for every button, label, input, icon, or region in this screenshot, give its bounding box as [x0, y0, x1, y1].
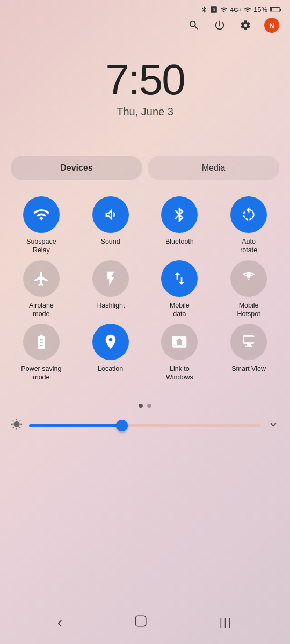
qs-mobiledata[interactable]: Mobiledata: [147, 260, 213, 319]
search-button[interactable]: [187, 18, 201, 32]
wifi-icon-btn[interactable]: [23, 196, 60, 233]
flashlight-label: Flashlight: [96, 301, 125, 310]
qs-flashlight[interactable]: Flashlight: [77, 260, 144, 319]
network-type: 4G+: [230, 6, 242, 13]
svg-rect-1: [270, 8, 272, 11]
nfc-status-icon: [210, 6, 218, 13]
qs-hotspot[interactable]: MobileHotspot: [215, 260, 282, 319]
qs-airplane[interactable]: Airplanemode: [8, 260, 75, 319]
autorotate-icon-btn[interactable]: [230, 196, 267, 233]
status-bar: 4G+ 15%: [0, 0, 290, 16]
qs-wifi[interactable]: SubspaceRelay: [8, 196, 75, 255]
battery-icon: [270, 6, 281, 13]
page-indicator: [0, 404, 290, 408]
recents-button[interactable]: |||: [209, 612, 244, 633]
location-icon-btn[interactable]: [92, 324, 129, 360]
clock-section: 7:50 Thu, June 3: [0, 37, 290, 129]
notification-button[interactable]: N: [264, 18, 279, 33]
battery-percentage: 15%: [253, 5, 267, 13]
power-button[interactable]: [213, 18, 227, 32]
smartview-icon-btn[interactable]: [230, 324, 267, 360]
qs-autorotate[interactable]: Autorotate: [215, 196, 282, 255]
qs-bluetooth[interactable]: Bluetooth: [147, 196, 213, 255]
signal-icon: [244, 6, 251, 13]
airplane-label: Airplanemode: [29, 301, 54, 319]
mobiledata-icon-btn[interactable]: [161, 260, 198, 297]
wifi-label: SubspaceRelay: [26, 237, 56, 255]
brightness-expand-button[interactable]: [267, 419, 279, 433]
powersaving-label: Power savingmode: [21, 364, 61, 382]
linkwindows-label: Link toWindows: [166, 364, 193, 382]
quick-settings-grid: SubspaceRelay Sound Bluetooth Autorotate…: [0, 191, 290, 387]
qs-linkwindows[interactable]: Link toWindows: [147, 324, 213, 382]
linkwindows-icon-btn[interactable]: [161, 324, 198, 360]
qs-powersaving[interactable]: Power savingmode: [8, 324, 75, 382]
wifi-status-icon: [220, 6, 228, 13]
hotspot-icon-btn[interactable]: [230, 260, 267, 297]
sound-label: Sound: [101, 237, 120, 246]
bluetooth-status-icon: [200, 6, 208, 13]
media-tab[interactable]: Media: [148, 156, 279, 180]
location-label: Location: [98, 364, 123, 373]
flashlight-icon-btn[interactable]: [92, 260, 129, 297]
devices-tab[interactable]: Devices: [11, 156, 142, 180]
sound-icon-btn[interactable]: [92, 196, 129, 233]
qs-location[interactable]: Location: [77, 324, 144, 382]
home-button[interactable]: [123, 610, 158, 635]
bluetooth-label: Bluetooth: [165, 237, 194, 246]
nav-bar: ‹ |||: [0, 603, 290, 644]
clock-date: Thu, June 3: [0, 106, 290, 118]
brightness-thumb[interactable]: [116, 420, 128, 431]
qs-smartview[interactable]: Smart View: [215, 324, 282, 382]
clock-time: 7:50: [0, 58, 290, 101]
bluetooth-icon-btn[interactable]: [161, 196, 198, 233]
svg-rect-2: [280, 8, 281, 10]
autorotate-label: Autorotate: [240, 237, 257, 255]
svg-rect-3: [136, 616, 147, 626]
powersaving-icon-btn[interactable]: [23, 324, 60, 360]
smartview-label: Smart View: [231, 364, 266, 373]
settings-button[interactable]: [238, 18, 252, 32]
tab-switcher: Devices Media: [11, 156, 279, 180]
qs-sound[interactable]: Sound: [77, 196, 144, 255]
brightness-slider[interactable]: [29, 424, 261, 427]
page-dot-1: [139, 404, 143, 408]
top-actions: N: [0, 16, 290, 37]
brightness-section: [0, 413, 290, 438]
airplane-icon-btn[interactable]: [23, 260, 60, 297]
status-icons: 4G+ 15%: [200, 5, 281, 13]
page-dot-2: [147, 404, 151, 408]
brightness-icon: [11, 419, 23, 433]
back-button[interactable]: ‹: [47, 610, 73, 635]
mobiledata-label: Mobiledata: [170, 301, 190, 319]
hotspot-label: MobileHotspot: [237, 301, 260, 319]
